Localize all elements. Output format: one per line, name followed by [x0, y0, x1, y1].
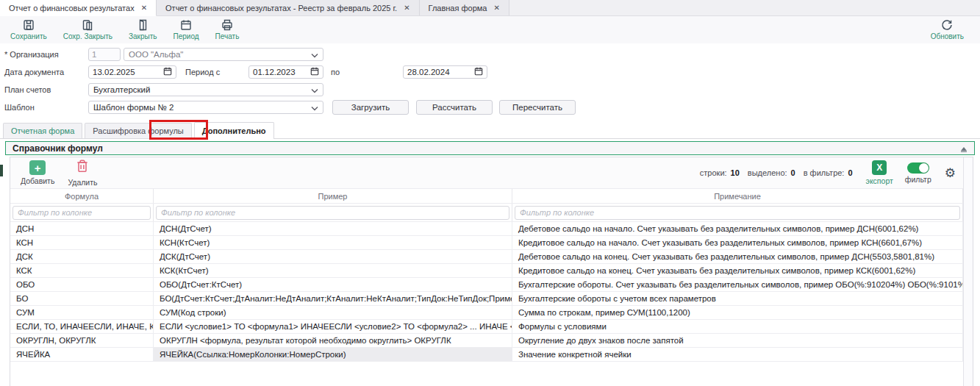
period-to-field[interactable]: 28.02.2024: [403, 65, 487, 79]
table-row[interactable]: БО БО(ДтСчет:КтСчет;ДтАналит:НеДтАналит;…: [10, 291, 963, 305]
load-button[interactable]: Загрузить: [332, 100, 409, 115]
print-button[interactable]: Печать: [215, 18, 240, 40]
table-row[interactable]: ЯЧЕЙКА ЯЧЕЙКА(Ссылка:НомерКолонки:НомерС…: [10, 347, 963, 361]
filtered-label: в фильтре:: [804, 168, 845, 177]
filter-toggle[interactable]: фильтр: [905, 162, 931, 184]
rows-label: строки:: [700, 168, 727, 177]
trash-icon: [76, 159, 89, 176]
export-excel-button[interactable]: X экспорт: [866, 160, 893, 185]
subtab-label: Отчетная форма: [11, 126, 74, 135]
form-subtabs: Отчетная форма Расшифровка формулы Допол…: [0, 121, 980, 139]
excel-export-icon: X: [872, 160, 887, 175]
table-row[interactable]: ОБО ОБО(ДтСчет:КтСчет) Бухгалтерские обо…: [10, 277, 963, 291]
close-icon[interactable]: ✕: [404, 4, 409, 12]
close-icon[interactable]: ✕: [493, 4, 499, 12]
save-close-label: Сохр. Закрыть: [63, 32, 112, 40]
table-row[interactable]: КСК КСК(КтСчет) Кредитовое сальдо на кон…: [10, 263, 963, 277]
period-button[interactable]: Период: [174, 18, 199, 40]
calculate-button[interactable]: Рассчитать: [416, 100, 493, 115]
cell-note: Сумма по строкам, пример СУМ(1100,1200): [512, 306, 963, 319]
organization-code-field[interactable]: [88, 48, 121, 61]
table-row[interactable]: ДСН ДСН(ДтСчет) Дебетовое сальдо на нача…: [10, 221, 963, 235]
export-label: экспорт: [866, 176, 893, 185]
cell-formula: СУМ: [10, 306, 154, 319]
cell-note: Бухгалтерские обороты с учетом всех пара…: [512, 292, 963, 305]
filter-input-formula[interactable]: [12, 206, 151, 220]
tab-main-form[interactable]: Главная форма ✕: [420, 0, 509, 15]
column-header-formula[interactable]: Формула: [10, 188, 154, 203]
chart-of-accounts-select[interactable]: Бухгалтерский: [88, 83, 323, 96]
cell-formula: КСК: [10, 264, 154, 277]
selected-label: выделено:: [748, 168, 787, 177]
filter-input-note[interactable]: [515, 206, 960, 220]
doc-date-field[interactable]: 13.02.2025: [88, 65, 176, 79]
chevron-down-icon: [311, 48, 318, 61]
column-header-note[interactable]: Примечание: [512, 188, 963, 203]
table-row[interactable]: ЕСЛИ, ТО, ИНАЧЕЕСЛИ, ИНАЧЕ, КОНЕЦ ЕСЛИ <…: [10, 319, 963, 333]
calendar-icon[interactable]: [310, 65, 319, 79]
template-row: Шаблон Шаблон формы № 2 Загрузить Рассчи…: [3, 101, 980, 114]
save-close-icon: [81, 18, 94, 32]
collapse-icon[interactable]: [960, 142, 968, 155]
formula-grid-main: + Добавить Удалить строки:10 выделено:0 …: [10, 157, 963, 386]
tab-label: Главная форма: [429, 4, 487, 12]
filter-input-example[interactable]: [156, 206, 509, 220]
period-from-field[interactable]: 01.12.2023: [248, 65, 323, 79]
organization-select[interactable]: ООО "Альфа": [124, 48, 323, 61]
period-to-label: по: [331, 68, 403, 76]
calendar-icon[interactable]: [474, 65, 483, 79]
dates-row: Дата документа 13.02.2025 Период с 01.12…: [3, 65, 980, 79]
table-row[interactable]: ДСК ДСК(ДтСчет) Дебетовое сальдо на коне…: [10, 249, 963, 263]
save-button[interactable]: Сохранить: [10, 18, 47, 40]
formula-directory-panel-header[interactable]: Справочник формул: [5, 141, 975, 155]
cell-formula: ОКРУГЛН, ОКРУГЛК: [10, 334, 154, 347]
doc-date-value: 13.02.2025: [93, 68, 135, 76]
cell-formula: ЯЧЕЙКА: [10, 348, 154, 361]
subtab-label: Дополнительно: [202, 126, 266, 135]
chart-of-accounts-row: План счетов Бухгалтерский: [3, 83, 980, 96]
cell-example: КСН(КтСчет): [154, 236, 512, 249]
subtab-report-form[interactable]: Отчетная форма: [3, 123, 82, 138]
cell-example: ЯЧЕЙКА(Ссылка:НомерКолонки:НомерСтроки): [154, 348, 512, 361]
column-header-example[interactable]: Пример: [154, 188, 512, 203]
toggle-on-icon[interactable]: [907, 162, 929, 174]
subtab-additional[interactable]: Дополнительно: [194, 122, 274, 139]
add-row-button[interactable]: + Добавить: [21, 160, 54, 185]
tab-financial-report-register[interactable]: Отчет о финансовых результатах - Реестр …: [157, 0, 420, 15]
refresh-button[interactable]: Обновить: [931, 18, 964, 40]
toggle-knob: [919, 163, 929, 173]
selected-count: 0: [791, 168, 795, 177]
cell-example: КСК(КтСчет): [154, 264, 512, 277]
close-button[interactable]: Закрыть: [129, 18, 157, 40]
tab-label: Отчет о финансовых результатах - Реестр …: [165, 4, 397, 12]
cell-note: Бухгалтерские обороты. Счет указывать бе…: [512, 278, 963, 291]
period-label: Период: [174, 32, 199, 40]
save-icon: [22, 18, 35, 32]
cell-note: Дебетовое сальдо на начало. Счет указыва…: [512, 222, 963, 235]
cell-example: ОКРУГЛН <формула, результат которой необ…: [154, 334, 512, 347]
template-select[interactable]: Шаблон формы № 2: [88, 101, 323, 114]
table-row[interactable]: ОКРУГЛН, ОКРУГЛК ОКРУГЛН <формула, резул…: [10, 333, 963, 347]
vertical-scrollbar[interactable]: [963, 157, 973, 386]
organization-label: * Организация: [3, 50, 88, 59]
save-close-button[interactable]: Сохр. Закрыть: [63, 18, 112, 40]
tab-financial-report[interactable]: Отчет о финансовых результатах ✕: [0, 0, 157, 16]
recalculate-button[interactable]: Пересчитать: [499, 100, 576, 115]
calendar-icon[interactable]: [163, 65, 172, 79]
close-icon[interactable]: ✕: [141, 4, 147, 12]
grid-toolbar: + Добавить Удалить строки:10 выделено:0 …: [10, 157, 963, 188]
plus-icon: +: [29, 160, 46, 175]
gear-icon[interactable]: ⚙: [945, 167, 956, 179]
table-row[interactable]: СУМ СУМ(Код строки) Сумма по строкам, пр…: [10, 305, 963, 319]
table-row[interactable]: КСН КСН(КтСчет) Кредитовое сальдо на нач…: [10, 235, 963, 249]
cell-example: ЕСЛИ <условие1> ТО <формула1> ИНАЧЕЕСЛИ …: [154, 320, 512, 333]
side-panel-handle[interactable]: [0, 165, 3, 176]
cell-formula: КСН: [10, 236, 154, 249]
delete-label: Удалить: [68, 178, 97, 187]
app-window: Отчет о финансовых результатах ✕ Отчет о…: [0, 0, 980, 386]
period-to-value: 28.02.2024: [407, 68, 450, 76]
delete-row-button[interactable]: Удалить: [68, 159, 97, 187]
subtab-formula-breakdown[interactable]: Расшифровка формулы: [85, 123, 191, 138]
cell-example: СУМ(Код строки): [154, 306, 512, 319]
rows-count: 10: [731, 168, 740, 177]
